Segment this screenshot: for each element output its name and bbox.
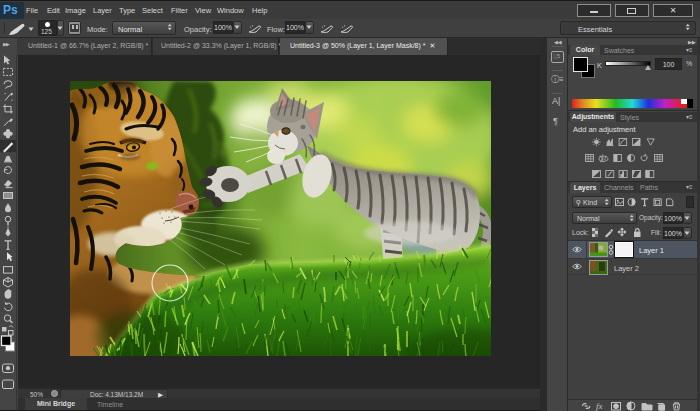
svg-text:fx: fx <box>596 401 603 411</box>
